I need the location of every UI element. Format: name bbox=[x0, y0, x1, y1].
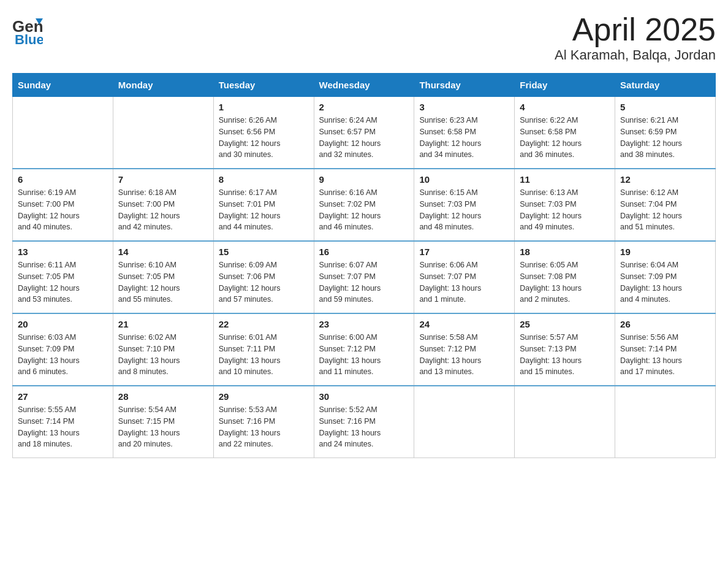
calendar-week-row: 20Sunrise: 6:03 AMSunset: 7:09 PMDayligh… bbox=[13, 313, 716, 386]
day-number: 27 bbox=[18, 391, 108, 402]
day-info: Sunrise: 5:57 AMSunset: 7:13 PMDaylight:… bbox=[520, 332, 610, 378]
calendar-body: 1Sunrise: 6:26 AMSunset: 6:56 PMDaylight… bbox=[13, 97, 716, 458]
calendar-cell: 24Sunrise: 5:58 AMSunset: 7:12 PMDayligh… bbox=[414, 313, 515, 386]
calendar-header: SundayMondayTuesdayWednesdayThursdayFrid… bbox=[13, 74, 716, 97]
day-number: 4 bbox=[520, 102, 610, 112]
calendar-cell bbox=[414, 386, 515, 458]
day-number: 18 bbox=[520, 247, 610, 257]
logo: General Blue bbox=[12, 12, 45, 48]
calendar-week-row: 1Sunrise: 6:26 AMSunset: 6:56 PMDaylight… bbox=[13, 97, 716, 169]
calendar-week-row: 6Sunrise: 6:19 AMSunset: 7:00 PMDaylight… bbox=[13, 169, 716, 241]
calendar-cell: 2Sunrise: 6:24 AMSunset: 6:57 PMDaylight… bbox=[314, 97, 414, 169]
calendar-cell: 8Sunrise: 6:17 AMSunset: 7:01 PMDaylight… bbox=[213, 169, 314, 241]
calendar-cell: 5Sunrise: 6:21 AMSunset: 6:59 PMDaylight… bbox=[615, 97, 716, 169]
day-number: 6 bbox=[18, 174, 108, 185]
day-info: Sunrise: 6:06 AMSunset: 7:07 PMDaylight:… bbox=[419, 259, 509, 305]
day-info: Sunrise: 6:05 AMSunset: 7:08 PMDaylight:… bbox=[520, 259, 610, 305]
day-number: 13 bbox=[18, 247, 108, 257]
day-info: Sunrise: 6:13 AMSunset: 7:03 PMDaylight:… bbox=[520, 187, 610, 233]
day-info: Sunrise: 5:54 AMSunset: 7:15 PMDaylight:… bbox=[118, 404, 208, 450]
weekday-thursday: Thursday bbox=[414, 74, 515, 97]
day-info: Sunrise: 6:16 AMSunset: 7:02 PMDaylight:… bbox=[319, 187, 409, 233]
day-number: 15 bbox=[219, 247, 309, 257]
calendar-cell: 30Sunrise: 5:52 AMSunset: 7:16 PMDayligh… bbox=[314, 386, 414, 458]
day-number: 20 bbox=[18, 319, 108, 329]
calendar-cell: 10Sunrise: 6:15 AMSunset: 7:03 PMDayligh… bbox=[414, 169, 515, 241]
calendar-cell: 3Sunrise: 6:23 AMSunset: 6:58 PMDaylight… bbox=[414, 97, 515, 169]
svg-text:Blue: Blue bbox=[15, 32, 43, 46]
day-info: Sunrise: 5:55 AMSunset: 7:14 PMDaylight:… bbox=[18, 404, 108, 450]
day-number: 7 bbox=[118, 174, 208, 185]
calendar-cell: 13Sunrise: 6:11 AMSunset: 7:05 PMDayligh… bbox=[13, 241, 113, 313]
calendar-week-row: 27Sunrise: 5:55 AMSunset: 7:14 PMDayligh… bbox=[13, 386, 716, 458]
calendar-cell: 27Sunrise: 5:55 AMSunset: 7:14 PMDayligh… bbox=[13, 386, 113, 458]
day-number: 21 bbox=[118, 319, 208, 329]
weekday-sunday: Sunday bbox=[13, 74, 113, 97]
day-info: Sunrise: 6:15 AMSunset: 7:03 PMDaylight:… bbox=[419, 187, 509, 233]
calendar-cell: 6Sunrise: 6:19 AMSunset: 7:00 PMDaylight… bbox=[13, 169, 113, 241]
calendar-cell: 11Sunrise: 6:13 AMSunset: 7:03 PMDayligh… bbox=[515, 169, 615, 241]
calendar-cell: 21Sunrise: 6:02 AMSunset: 7:10 PMDayligh… bbox=[113, 313, 213, 386]
calendar-table: SundayMondayTuesdayWednesdayThursdayFrid… bbox=[12, 73, 716, 458]
calendar-cell bbox=[113, 97, 213, 169]
day-info: Sunrise: 6:10 AMSunset: 7:05 PMDaylight:… bbox=[118, 259, 208, 305]
day-number: 10 bbox=[419, 174, 509, 185]
day-info: Sunrise: 5:52 AMSunset: 7:16 PMDaylight:… bbox=[319, 404, 409, 450]
calendar-cell: 20Sunrise: 6:03 AMSunset: 7:09 PMDayligh… bbox=[13, 313, 113, 386]
calendar-cell: 19Sunrise: 6:04 AMSunset: 7:09 PMDayligh… bbox=[615, 241, 716, 313]
day-info: Sunrise: 6:02 AMSunset: 7:10 PMDaylight:… bbox=[118, 332, 208, 378]
calendar-week-row: 13Sunrise: 6:11 AMSunset: 7:05 PMDayligh… bbox=[13, 241, 716, 313]
day-number: 5 bbox=[620, 102, 710, 112]
day-number: 23 bbox=[319, 319, 409, 329]
day-number: 26 bbox=[620, 319, 710, 329]
calendar-cell: 15Sunrise: 6:09 AMSunset: 7:06 PMDayligh… bbox=[213, 241, 314, 313]
calendar-cell: 23Sunrise: 6:00 AMSunset: 7:12 PMDayligh… bbox=[314, 313, 414, 386]
weekday-monday: Monday bbox=[113, 74, 213, 97]
day-info: Sunrise: 6:17 AMSunset: 7:01 PMDaylight:… bbox=[219, 187, 309, 233]
calendar-cell: 18Sunrise: 6:05 AMSunset: 7:08 PMDayligh… bbox=[515, 241, 615, 313]
day-info: Sunrise: 5:53 AMSunset: 7:16 PMDaylight:… bbox=[219, 404, 309, 450]
calendar-cell: 29Sunrise: 5:53 AMSunset: 7:16 PMDayligh… bbox=[213, 386, 314, 458]
calendar-cell: 1Sunrise: 6:26 AMSunset: 6:56 PMDaylight… bbox=[213, 97, 314, 169]
calendar-cell: 25Sunrise: 5:57 AMSunset: 7:13 PMDayligh… bbox=[515, 313, 615, 386]
day-number: 12 bbox=[620, 174, 710, 185]
calendar-cell: 14Sunrise: 6:10 AMSunset: 7:05 PMDayligh… bbox=[113, 241, 213, 313]
day-info: Sunrise: 6:01 AMSunset: 7:11 PMDaylight:… bbox=[219, 332, 309, 378]
calendar-cell: 4Sunrise: 6:22 AMSunset: 6:58 PMDaylight… bbox=[515, 97, 615, 169]
day-info: Sunrise: 6:22 AMSunset: 6:58 PMDaylight:… bbox=[520, 115, 610, 161]
calendar-subtitle: Al Karamah, Balqa, Jordan bbox=[555, 47, 716, 63]
calendar-cell: 12Sunrise: 6:12 AMSunset: 7:04 PMDayligh… bbox=[615, 169, 716, 241]
day-info: Sunrise: 6:12 AMSunset: 7:04 PMDaylight:… bbox=[620, 187, 710, 233]
day-number: 9 bbox=[319, 174, 409, 185]
page-header: General Blue April 2025 Al Karamah, Balq… bbox=[12, 12, 716, 63]
day-info: Sunrise: 6:24 AMSunset: 6:57 PMDaylight:… bbox=[319, 115, 409, 161]
logo-icon: General Blue bbox=[12, 12, 43, 48]
day-info: Sunrise: 6:18 AMSunset: 7:00 PMDaylight:… bbox=[118, 187, 208, 233]
calendar-cell bbox=[13, 97, 113, 169]
calendar-cell: 7Sunrise: 6:18 AMSunset: 7:00 PMDaylight… bbox=[113, 169, 213, 241]
day-info: Sunrise: 6:09 AMSunset: 7:06 PMDaylight:… bbox=[219, 259, 309, 305]
weekday-wednesday: Wednesday bbox=[314, 74, 414, 97]
day-number: 19 bbox=[620, 247, 710, 257]
day-number: 22 bbox=[219, 319, 309, 329]
day-number: 11 bbox=[520, 174, 610, 185]
day-info: Sunrise: 6:26 AMSunset: 6:56 PMDaylight:… bbox=[219, 115, 309, 161]
day-info: Sunrise: 6:07 AMSunset: 7:07 PMDaylight:… bbox=[319, 259, 409, 305]
weekday-tuesday: Tuesday bbox=[213, 74, 314, 97]
calendar-cell bbox=[515, 386, 615, 458]
weekday-friday: Friday bbox=[515, 74, 615, 97]
title-block: April 2025 Al Karamah, Balqa, Jordan bbox=[555, 12, 716, 63]
day-number: 25 bbox=[520, 319, 610, 329]
calendar-cell: 9Sunrise: 6:16 AMSunset: 7:02 PMDaylight… bbox=[314, 169, 414, 241]
day-info: Sunrise: 6:03 AMSunset: 7:09 PMDaylight:… bbox=[18, 332, 108, 378]
calendar-cell: 22Sunrise: 6:01 AMSunset: 7:11 PMDayligh… bbox=[213, 313, 314, 386]
day-number: 30 bbox=[319, 391, 409, 402]
calendar-cell bbox=[615, 386, 716, 458]
calendar-cell: 17Sunrise: 6:06 AMSunset: 7:07 PMDayligh… bbox=[414, 241, 515, 313]
day-number: 28 bbox=[118, 391, 208, 402]
calendar-cell: 26Sunrise: 5:56 AMSunset: 7:14 PMDayligh… bbox=[615, 313, 716, 386]
day-number: 16 bbox=[319, 247, 409, 257]
day-info: Sunrise: 6:11 AMSunset: 7:05 PMDaylight:… bbox=[18, 259, 108, 305]
calendar-title: April 2025 bbox=[555, 12, 716, 47]
day-number: 14 bbox=[118, 247, 208, 257]
